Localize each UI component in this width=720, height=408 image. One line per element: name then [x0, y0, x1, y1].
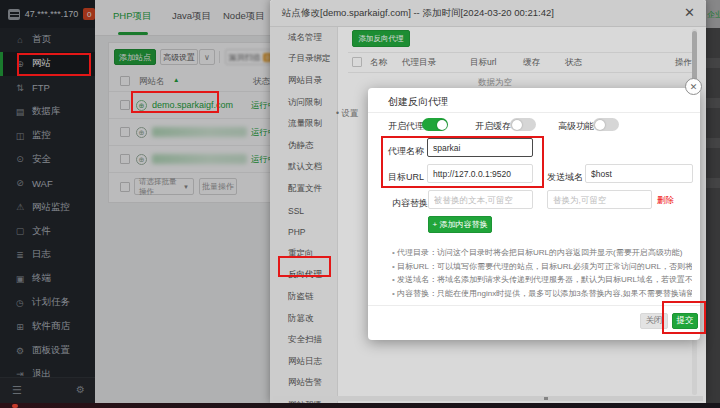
proxy-modal-title: 创建反向代理	[388, 95, 448, 109]
notification-dot	[12, 404, 18, 408]
enable-cache-label: 开启缓存	[475, 120, 511, 133]
enable-cache-toggle[interactable]	[510, 118, 536, 131]
advanced-features-toggle[interactable]	[593, 118, 619, 131]
tip-target-url: 目标URL：可以填写你需要代理的站点，目标URL必须为可正常访问的URL，否则将…	[392, 260, 692, 274]
annotation-box-proxy-inputs	[381, 136, 544, 188]
enable-proxy-toggle[interactable]	[422, 118, 448, 131]
send-domain-label: 发送域名	[547, 171, 583, 184]
tip-content-replace: 内容替换：只能在使用nginx时提供，最多可以添加3条替换内容,如果不需要替换请…	[392, 287, 692, 301]
send-domain-input[interactable]	[585, 164, 693, 183]
bottom-screen-strip	[0, 403, 720, 408]
enable-proxy-label: 开启代理	[388, 120, 424, 133]
advanced-features-label: 高级功能	[558, 120, 594, 133]
add-content-replace-button[interactable]: + 添加内容替换	[428, 216, 492, 233]
annotation-box-submit-button	[662, 301, 706, 334]
divider	[368, 305, 700, 306]
divider	[368, 112, 700, 113]
annotation-box-demo-site	[131, 91, 219, 113]
tip-proxy-dir: 代理目录：访问这个目录时将会把目标URL的内容返回并显示(需要开启高级功能)	[392, 246, 692, 260]
proxy-help-tips: 代理目录：访问这个目录时将会把目标URL的内容返回并显示(需要开启高级功能) 目…	[392, 246, 692, 300]
replace-from-input[interactable]	[428, 190, 533, 209]
tip-send-domain: 发送域名：将域名添加到请求头传递到代理服务器，默认为目标URL域名，若设置不当可…	[392, 273, 692, 287]
content-replace-label: 内容替换	[392, 197, 428, 210]
modal-corner-close-icon[interactable]: ✕	[685, 78, 702, 95]
delete-replace-link[interactable]: 删除	[657, 195, 674, 207]
screenshot-root: 47.***.***.170 0 ⌂首页 ⊕网站 ⇅FTP ▤数据库 ◫监控 ⊙…	[0, 0, 720, 408]
annotation-box-websites-menu	[17, 53, 91, 76]
replace-to-input[interactable]	[547, 190, 652, 209]
create-reverse-proxy-modal: 创建反向代理 开启代理 开启缓存 高级功能 代理名称 目标URL 发送域名 内容…	[368, 88, 700, 340]
annotation-box-reverse-proxy-menu	[278, 256, 331, 277]
